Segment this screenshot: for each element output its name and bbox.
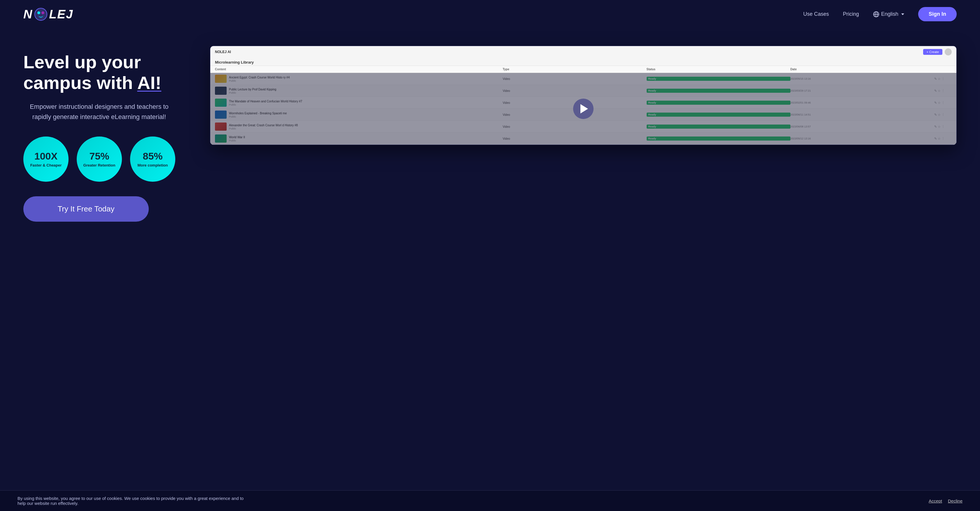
hero-title-highlight: AI! bbox=[137, 73, 161, 93]
hero-title: Level up your campus with AI! bbox=[23, 52, 192, 93]
use-cases-link[interactable]: Use Cases bbox=[803, 11, 829, 17]
stat-number-0: 100X bbox=[34, 151, 57, 162]
mockup-logo: NOLEJ AI bbox=[215, 50, 231, 54]
mockup-topbar: NOLEJ AI + Create bbox=[210, 46, 956, 58]
play-triangle-icon bbox=[581, 104, 588, 113]
language-selector[interactable]: English bbox=[873, 11, 904, 18]
hero-subtitle: Empower instructional designers and teac… bbox=[23, 102, 175, 122]
language-label: English bbox=[881, 11, 898, 17]
video-overlay bbox=[210, 73, 956, 145]
mockup-library-title: Microlearning Library bbox=[210, 58, 956, 66]
hero-title-part1: Level up your campus with bbox=[23, 52, 141, 93]
chevron-down-icon bbox=[901, 13, 904, 15]
stats-row: 100X Faster & Cheaper 75% Greater Retent… bbox=[23, 137, 192, 182]
signin-button[interactable]: Sign In bbox=[918, 7, 957, 21]
logo-lej: LEJ bbox=[49, 7, 73, 21]
decline-button[interactable]: Decline bbox=[948, 498, 963, 503]
accept-button[interactable]: Accept bbox=[929, 498, 942, 503]
cookie-actions: Accept Decline bbox=[929, 498, 963, 503]
mockup-table-body: Ancient Egypt: Crash Course World Histo … bbox=[210, 73, 956, 145]
hero-left: Level up your campus with AI! Empower in… bbox=[23, 46, 192, 222]
cookie-banner: By using this website, you agree to our … bbox=[0, 490, 980, 511]
stat-label-2: More completion bbox=[137, 163, 168, 167]
stat-label-1: Greater Retention bbox=[83, 163, 116, 167]
globe-icon bbox=[873, 11, 880, 18]
nav-links: Use Cases Pricing English Sign In bbox=[803, 7, 957, 21]
stat-label-0: Faster & Cheaper bbox=[30, 163, 62, 167]
stat-bubble-1: 75% Greater Retention bbox=[77, 137, 122, 182]
logo-n: N bbox=[23, 7, 33, 21]
cookie-text: By using this website, you agree to our … bbox=[18, 496, 251, 506]
stat-bubble-2: 85% More completion bbox=[130, 137, 175, 182]
navbar: N LEJ Use Cases Pricing English Sign In bbox=[0, 0, 980, 28]
pricing-link[interactable]: Pricing bbox=[843, 11, 859, 17]
mockup-avatar bbox=[945, 48, 952, 56]
logo-face-icon bbox=[34, 8, 47, 21]
cta-button[interactable]: Try It Free Today bbox=[23, 196, 149, 222]
col-header-actions bbox=[934, 68, 952, 71]
col-header-date: Date bbox=[791, 68, 934, 71]
video-mockup: NOLEJ AI + Create Microlearning Library … bbox=[210, 46, 957, 145]
stat-number-1: 75% bbox=[89, 151, 109, 162]
col-header-status: Status bbox=[647, 68, 791, 71]
logo[interactable]: N LEJ bbox=[23, 7, 73, 21]
hero-section: Level up your campus with AI! Empower in… bbox=[0, 28, 980, 233]
col-header-type: Type bbox=[503, 68, 646, 71]
col-header-content: Content bbox=[215, 68, 503, 71]
play-button[interactable] bbox=[573, 99, 593, 119]
stat-bubble-0: 100X Faster & Cheaper bbox=[23, 137, 68, 182]
mockup-create-button[interactable]: + Create bbox=[923, 49, 943, 55]
mockup-table-header: Content Type Status Date bbox=[210, 66, 956, 73]
stat-number-2: 85% bbox=[143, 151, 162, 162]
hero-right: NOLEJ AI + Create Microlearning Library … bbox=[210, 46, 957, 145]
